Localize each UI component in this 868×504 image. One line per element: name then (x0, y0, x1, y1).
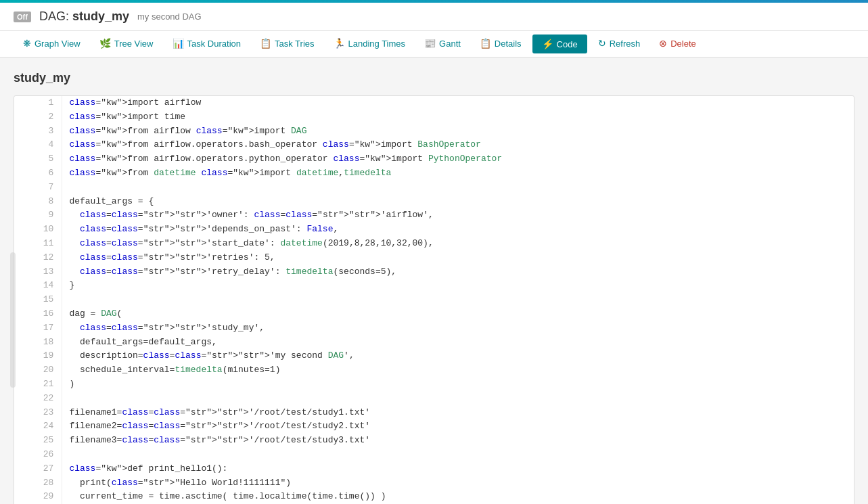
nav-graph-view[interactable]: ❋ Graph View (14, 31, 90, 57)
table-row: 28 print(class="str">"Hello World!111111… (14, 476, 854, 490)
table-row: 29 current_time = time.asctime( time.loc… (14, 490, 854, 504)
table-row: 21) (14, 377, 854, 392)
code-table: 1class="kw">import airflow2class="kw">im… (14, 96, 854, 504)
nav-tree-view[interactable]: 🌿 Tree View (90, 31, 163, 57)
table-row: 20 schedule_interval=timedelta(minutes=1… (14, 363, 854, 377)
table-row: 11 class=class="str">"str">'start_date':… (14, 237, 854, 251)
table-row: 22 (14, 392, 854, 406)
dag-name: study_my (72, 9, 129, 23)
dag-label: DAG: (39, 9, 69, 23)
graph-view-icon: ❋ (23, 38, 31, 49)
task-tries-icon: 📋 (260, 38, 271, 49)
task-tries-label: Task Tries (275, 39, 315, 49)
table-row: 13 class=class="str">"str">'retry_delay'… (14, 265, 854, 279)
table-row: 26 (14, 448, 854, 462)
table-row: 12 class=class="str">"str">'retries': 5, (14, 251, 854, 265)
landing-times-icon: 🏃 (334, 38, 345, 49)
table-row: 7 (14, 181, 854, 195)
off-badge: Off (14, 12, 31, 22)
table-row: 5class="kw">from airflow.operators.pytho… (14, 152, 854, 166)
nav-bar: ❋ Graph View 🌿 Tree View 📊 Task Duration… (0, 31, 868, 58)
nav-task-duration[interactable]: 📊 Task Duration (163, 31, 250, 57)
delete-icon: ⊗ (659, 38, 667, 49)
refresh-icon: ↻ (598, 38, 606, 49)
delete-label: Delete (670, 39, 696, 49)
code-container[interactable]: 1class="kw">import airflow2class="kw">im… (14, 95, 854, 504)
tree-view-icon: 🌿 (99, 38, 111, 49)
nav-task-tries[interactable]: 📋 Task Tries (250, 31, 324, 57)
refresh-label: Refresh (610, 39, 641, 49)
code-label: Code (557, 39, 578, 49)
nav-gantt[interactable]: 📰 Gantt (415, 31, 470, 57)
nav-details[interactable]: 📋 Details (470, 31, 531, 57)
nav-code[interactable]: ⚡ Code (532, 35, 587, 53)
gantt-icon: 📰 (424, 38, 436, 49)
tree-view-label: Tree View (114, 39, 154, 49)
nav-delete[interactable]: ⊗ Delete (649, 31, 706, 57)
gantt-label: Gantt (439, 39, 461, 49)
nav-refresh[interactable]: ↻ Refresh (589, 31, 650, 57)
task-duration-icon: 📊 (173, 38, 184, 49)
table-row: 23filename1=class=class="str">"str">'/ro… (14, 406, 854, 420)
page-content: study_my 1class="kw">import airflow2clas… (0, 58, 868, 504)
table-row: 25filename3=class=class="str">"str">'/ro… (14, 434, 854, 448)
table-row: 9 class=class="str">"str">'owner': class… (14, 208, 854, 223)
table-row: 15 (14, 293, 854, 307)
table-row: 14} (14, 279, 854, 293)
table-row: 10 class=class="str">"str">'depends_on_p… (14, 223, 854, 237)
nav-landing-times[interactable]: 🏃 Landing Times (324, 31, 415, 57)
details-icon: 📋 (480, 38, 491, 49)
table-row: 6class="kw">from datetime class="kw">imp… (14, 166, 854, 181)
code-icon: ⚡ (542, 39, 553, 49)
table-row: 27class="kw">def print_hello1(): (14, 462, 854, 476)
table-row: 3class="kw">from airflow class="kw">impo… (14, 124, 854, 139)
table-row: 19 description=class=class="str">"str">'… (14, 349, 854, 363)
header: Off DAG: study_my my second DAG (0, 3, 868, 31)
table-row: 8default_args = { (14, 195, 854, 209)
graph-view-label: Graph View (35, 39, 81, 49)
task-duration-label: Task Duration (187, 39, 241, 49)
table-row: 1class="kw">import airflow (14, 96, 854, 110)
scroll-indicator (10, 252, 16, 388)
table-row: 2class="kw">import time (14, 110, 854, 124)
table-row: 18 default_args=default_args, (14, 336, 854, 350)
details-label: Details (495, 39, 522, 49)
dag-title: DAG: study_my (39, 9, 129, 24)
dag-description: my second DAG (137, 12, 202, 22)
landing-times-label: Landing Times (348, 39, 406, 49)
table-row: 17 class=class="str">"str">'study_my', (14, 321, 854, 336)
table-row: 4class="kw">from airflow.operators.bash_… (14, 138, 854, 152)
table-row: 16dag = DAG( (14, 307, 854, 321)
page-title: study_my (14, 71, 854, 85)
table-row: 24filename2=class=class="str">"str">'/ro… (14, 419, 854, 434)
